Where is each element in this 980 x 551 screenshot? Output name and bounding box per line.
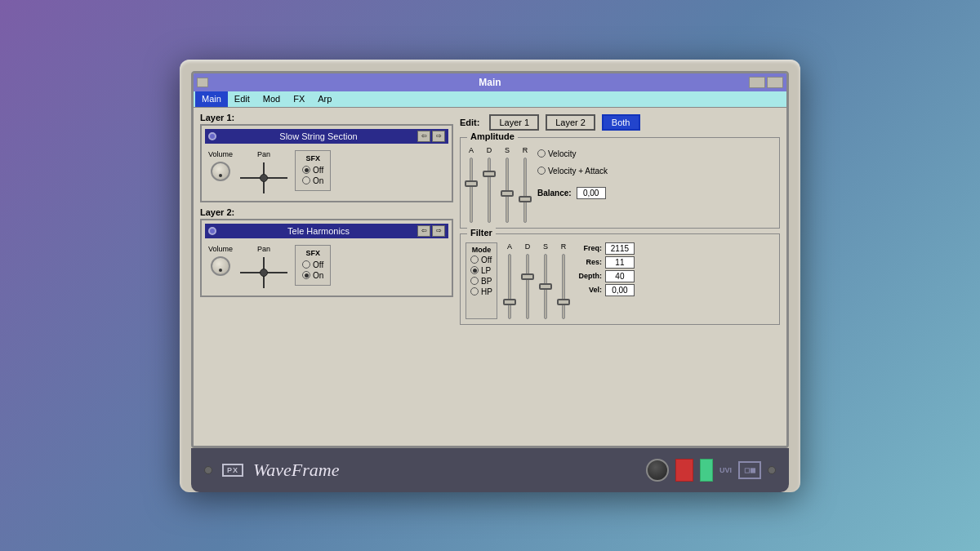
layer2-controls: Volume Pan xyxy=(205,242,448,292)
layer2-sfx-off-row[interactable]: Off xyxy=(302,260,323,269)
edit-layer2-btn[interactable]: Layer 2 xyxy=(546,114,595,131)
menu-main[interactable]: Main xyxy=(195,91,228,107)
velocity-row[interactable]: Velocity xyxy=(537,149,608,158)
filter-mode-box: Mode Off LP xyxy=(466,242,497,319)
layer2-sfx-on-radio[interactable] xyxy=(302,271,310,279)
amp-r-thumb xyxy=(519,196,532,202)
filter-hp-row[interactable]: HP xyxy=(470,287,492,296)
uvi-label: UVI xyxy=(719,466,732,474)
amplitude-inner: A D S R xyxy=(466,146,774,223)
bottom-bar: PX WaveFrame UVI ◻◼ xyxy=(191,448,789,492)
amp-r-slider[interactable] xyxy=(519,158,531,223)
layer2-arrow-right[interactable]: ⇨ xyxy=(432,225,445,237)
filter-a-track xyxy=(508,254,511,319)
layer2-title: Tele Harmonics xyxy=(220,226,417,236)
layer1-sfx-on-row[interactable]: On xyxy=(302,176,323,185)
layer2-sfx-on-row[interactable]: On xyxy=(302,271,323,280)
edit-both-btn[interactable]: Both xyxy=(602,114,640,131)
layer1-volume-label: Volume xyxy=(208,150,233,158)
layer-section: Layer 1: Slow String Section ⇦ ⇨ xyxy=(200,113,780,325)
amp-a-track xyxy=(470,158,473,223)
power-btn[interactable] xyxy=(675,459,693,482)
amp-r-track xyxy=(523,158,527,223)
edit-layer1-btn[interactable]: Layer 1 xyxy=(489,114,539,131)
title-bar: Main xyxy=(194,73,786,91)
layer1-arrow-left[interactable]: ⇦ xyxy=(417,131,430,142)
depth-value[interactable]: 40 xyxy=(605,270,635,282)
uvi-logo-icon: ◻◼ xyxy=(744,466,755,474)
filter-lp-row[interactable]: LP xyxy=(470,266,492,275)
layer2-pan-group: Pan xyxy=(239,245,288,289)
filter-s-slider[interactable] xyxy=(540,254,551,319)
amp-a-thumb xyxy=(465,180,478,187)
layers-panel: Layer 1: Slow String Section ⇦ ⇨ xyxy=(200,113,453,325)
main-content: Layer 1: Slow String Section ⇦ ⇨ xyxy=(194,108,786,446)
layer1-sfx-off-radio[interactable] xyxy=(302,166,310,174)
layer1-sfx-box: SFX Off On xyxy=(295,150,331,191)
res-value[interactable]: 11 xyxy=(605,256,635,269)
layer2-pan-label: Pan xyxy=(257,245,270,253)
screw-left xyxy=(204,466,212,474)
velocity-attack-radio[interactable] xyxy=(537,167,546,175)
amp-s-slider[interactable] xyxy=(501,158,513,223)
green-btn[interactable] xyxy=(700,459,713,482)
layer1-sfx-label: SFX xyxy=(302,154,323,162)
velocity-radio[interactable] xyxy=(537,149,546,158)
menu-fx[interactable]: FX xyxy=(287,91,311,107)
main-knob[interactable] xyxy=(646,459,669,482)
layer2-volume-knob[interactable] xyxy=(211,256,230,276)
layer2-sfx-label: SFX xyxy=(302,249,323,257)
monitor: Main Main Edit Mod FX Arp L xyxy=(180,60,800,492)
filter-sliders xyxy=(504,254,569,319)
amp-a-slider[interactable] xyxy=(466,158,477,223)
close-btn[interactable] xyxy=(767,77,783,88)
layer1-sfx-on-text: On xyxy=(313,176,323,185)
filter-d-slider[interactable] xyxy=(522,254,533,319)
filter-bp-radio[interactable] xyxy=(470,277,479,285)
layer1-radio[interactable] xyxy=(208,132,216,140)
layer2-pan-slider[interactable] xyxy=(239,256,288,289)
filter-bp-text: BP xyxy=(481,277,492,286)
layer1-volume-knob[interactable] xyxy=(211,162,230,181)
filter-off-row[interactable]: Off xyxy=(470,256,492,264)
adsr-d-label: D xyxy=(483,146,495,154)
filter-lp-radio[interactable] xyxy=(470,266,479,274)
uvi-logo-box: ◻◼ xyxy=(738,461,761,479)
filter-off-radio[interactable] xyxy=(470,256,479,264)
velocity-label: Velocity xyxy=(548,149,576,158)
title-bar-right xyxy=(749,77,783,88)
layer1-sfx-on-radio[interactable] xyxy=(302,176,310,184)
menu-mod[interactable]: Mod xyxy=(256,91,287,107)
layer1-title: Slow String Section xyxy=(220,131,417,141)
balance-value[interactable]: 0,00 xyxy=(577,187,606,199)
layer1-sfx-off-text: Off xyxy=(313,166,323,175)
amp-d-thumb xyxy=(483,171,496,177)
menu-edit[interactable]: Edit xyxy=(228,91,256,107)
layer2-sfx-off-radio[interactable] xyxy=(302,260,310,269)
filter-hp-radio[interactable] xyxy=(470,287,479,295)
resize-btn[interactable] xyxy=(749,77,765,88)
layer1-sfx-off-row[interactable]: Off xyxy=(302,166,323,175)
bottom-right: UVI ◻◼ xyxy=(646,459,776,482)
amp-d-slider[interactable] xyxy=(483,158,495,223)
brand-name: WaveFrame xyxy=(253,460,340,481)
px-badge: PX xyxy=(222,464,243,477)
menu-arp[interactable]: Arp xyxy=(311,91,338,107)
freq-value[interactable]: 2115 xyxy=(605,242,635,255)
filter-bp-row[interactable]: BP xyxy=(470,277,492,286)
filter-r-slider[interactable] xyxy=(558,254,569,319)
layer2-radio[interactable] xyxy=(208,227,216,235)
filter-a-slider[interactable] xyxy=(504,254,515,319)
layer1-pan-slider[interactable] xyxy=(239,162,288,194)
layer1-arrow-right[interactable]: ⇨ xyxy=(432,131,445,142)
res-label: Res: xyxy=(576,258,602,266)
layer1-controls: Volume Pan xyxy=(205,147,448,198)
amp-d-track xyxy=(488,158,491,223)
layer2-arrow-left[interactable]: ⇦ xyxy=(417,225,430,237)
minimize-btn[interactable] xyxy=(197,78,208,87)
velocity-attack-label: Velocity + Attack xyxy=(548,167,608,176)
velocity-attack-row[interactable]: Velocity + Attack xyxy=(537,167,608,176)
screen: Main Main Edit Mod FX Arp L xyxy=(191,71,789,448)
amplitude-title: Amplitude xyxy=(467,131,518,141)
vel-value[interactable]: 0,00 xyxy=(605,284,635,296)
